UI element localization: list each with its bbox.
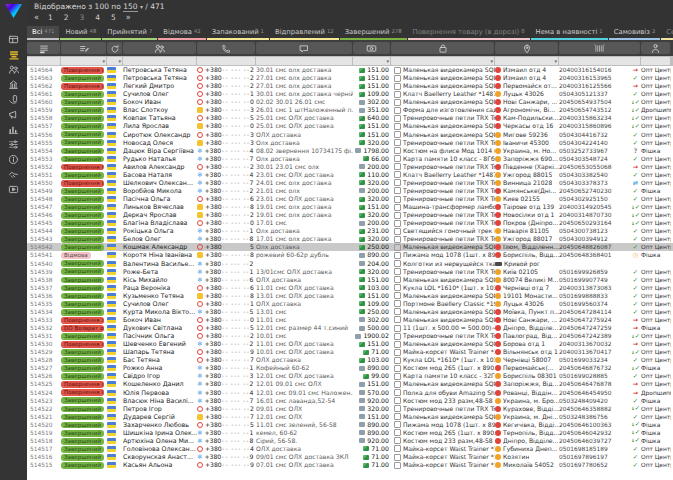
table-row[interactable]: 514532DO Возврат ок...Дукович Світлана+3… [27,324,673,332]
nav-company[interactable] [0,77,27,92]
nav-partners[interactable] [0,167,27,182]
table-row[interactable]: 514520ЗавершенийЗахарченко Любовь+380 ••… [27,421,673,429]
table-row[interactable]: 514541ВідмоваКоротя Ніна Іванівна+380 ••… [27,251,673,259]
table-row[interactable]: 514545ЗавершенийБлагіна Владіслава+380 •… [27,219,673,227]
nav-marketing[interactable] [0,107,27,122]
comment-column-header[interactable] [256,42,352,54]
nav-settings[interactable] [0,137,27,152]
country-column-filter[interactable]: ▾ [107,57,122,65]
tracking-column-header[interactable] [559,42,640,54]
table-row[interactable]: 514564Повернення (з...Петровська Тетяна+… [27,66,673,74]
table-row[interactable]: 514518ЗавершенийАртюхіна Олена Ми...❄+38… [27,437,673,445]
country-column-header[interactable] [107,42,122,54]
customer-column-filter[interactable] [123,57,196,65]
table-row[interactable]: 514538ЗавершенийКісь Михайло❄+380 •• •••… [27,276,673,284]
table-row[interactable]: 514544ЗавершенийРокіцька Ольга❄+380 •• •… [27,227,673,235]
channel-column-filter[interactable] [641,57,670,65]
order-id-column-header[interactable] [27,42,60,54]
phone-last-digit: 7 [250,397,254,405]
table-row[interactable]: 514554ЗавершенийДацюк Віра Сергіївна❄+38… [27,147,673,155]
app-logo-icon[interactable] [5,4,22,18]
nav-contacts[interactable] [0,62,27,77]
tab-8[interactable]: Повернення товару (в дорозі)0 [408,26,530,40]
nav-telephony[interactable] [0,92,27,107]
table-row[interactable]: 514529ЗавершенийШапарь Тетяна+380 •• •••… [27,348,673,356]
table-row[interactable]: 514521ЗавершенийДударев Сергій+380 •• ••… [27,413,673,421]
table-row[interactable]: 514535ЗавершенийСучилов Олег+380 •• ••• … [27,300,673,308]
table-row[interactable]: 514550Повернення (з...Шелкович Олексан..… [27,179,673,187]
customer-column-header[interactable] [123,42,196,54]
order-total: 103.00 [367,284,389,292]
tracking-column-filter[interactable] [559,57,640,65]
table-row[interactable]: 514539ЗавершенийРоже-Бета❄+380 •• ••• ••… [27,268,673,276]
phone-column-header[interactable] [197,42,255,54]
pager-page-2[interactable]: 2 [63,13,70,22]
nova-poshta-icon [495,204,501,210]
table-row[interactable]: 514560ЗавершенийБокоч Иван+380 •• ••• ••… [27,98,673,106]
pager-page-4[interactable]: 4 [94,13,101,22]
pager-page-5[interactable]: 5 [110,13,117,22]
nav-info[interactable] [0,152,27,167]
pager-page-1[interactable]: 1 [47,13,54,22]
table-row[interactable]: 514561ЗавершенийСучилов Олег+380 •• ••• … [27,90,673,98]
table-row[interactable]: 514551ЗавершенийБасова Наталя❄+380 •• ••… [27,171,673,179]
table-row[interactable]: 514522ЗавершенийПетров Ігор+380 •• ••• •… [27,405,673,413]
table-row[interactable]: 514517ЗавершенийГоловінова Олексан...+38… [27,445,673,453]
order-id-column-filter[interactable] [27,57,60,65]
delivery-column-header[interactable] [495,42,558,54]
products-column-header[interactable] [391,42,494,54]
table-row[interactable]: 514540ЗавершенийВалентина Василье...❄+38… [27,260,673,268]
nav-stats[interactable] [0,122,27,137]
table-row[interactable]: 514528ЗавершенийБас Тетяна+380 •• ••• ••… [27,356,673,364]
table-row[interactable]: 514563ЗавершенийПетровська Тетяна+380 ••… [27,74,673,82]
table-row[interactable]: 514527ЗавершенийРожко Анна❄+380 •• ••• •… [27,364,673,372]
table-row[interactable]: 514543ЗавершенийБелов Олег❄+380 •• ••• •… [27,235,673,243]
channel-column-header[interactable] [641,42,670,54]
table-row[interactable]: 514525Повернення (з...Кошеленко Данил❄+3… [27,380,673,388]
tab-5[interactable]: Запакований1 [207,26,269,40]
nav-orders[interactable] [0,47,27,62]
table-row[interactable]: 514547ЗавершенийЛиньков Вячеслав+380 •• … [27,203,673,211]
nav-dashboard[interactable] [0,32,27,47]
table-row[interactable]: 514549ЗавершенийВоробйов Микола❄+380 •• … [27,187,673,195]
table-row[interactable]: 514559ЗавершенийВлас Слоткоу+380 •• ••• … [27,106,673,114]
nav-video[interactable] [0,182,27,197]
status-column-header[interactable] [61,42,106,54]
table-row[interactable]: 514516ЗавершенийСкворунская Анаст...❄+38… [27,453,673,461]
table-row[interactable]: 514531ЗавершенийПасічник Ольга+380 •• ••… [27,332,673,340]
delivery-column-filter[interactable]: ▾ [495,57,558,65]
payment-column-header[interactable] [353,42,390,54]
chevron-down-icon[interactable]: ▾ [140,3,143,10]
table-row[interactable]: 514519ЗавершенийШишкіна Ірина Олек...❄+3… [27,429,673,437]
pager-page-3[interactable]: 3 [78,13,85,22]
pager-first-button[interactable]: « [34,13,38,22]
table-row[interactable]: 514548ЗавершенийПасічна Ольга+380 •• •••… [27,195,673,203]
table-row[interactable]: 514536ЗавершенийКузьменко Тетяна+380 •• … [27,292,673,300]
table-row[interactable]: 514526ЗавершенийСвідро Ігор❄+380 •• ••• … [27,372,673,380]
products-column-filter[interactable]: ▾ [391,57,494,65]
table-row[interactable]: 514533Повернення (з...Бокоч Иван+380 •• … [27,316,673,324]
table-row[interactable]: 514515ЗавершенийКасьян Альона+380 •• •••… [27,461,673,469]
table-row[interactable]: 514557ЗавершенийЛила Ярослав+380 •• ••• … [27,122,673,130]
table-row[interactable]: 514555ЗавершенийНовосад Олеся+380 •• •••… [27,139,673,147]
table-row[interactable]: 514552Повернення (з...Авилов Александр+3… [27,163,673,171]
table-row[interactable]: 514546ЗавершенийДеркач Ярослав+380 •• ••… [27,211,673,219]
table-row[interactable]: 514537ЗавершенийРаца Вероніка+380 •• •••… [27,284,673,292]
table-row[interactable]: 514524Повернення (з...Юлія Первова❄+380 … [27,389,673,397]
payment-column-filter[interactable]: ▾ [353,57,390,65]
phone-column-filter[interactable] [197,57,255,65]
table-row[interactable]: 514553ЗавершенийРудько Наталья❄+380 •• •… [27,155,673,163]
pager-last-button[interactable]: » [126,13,130,22]
table-row[interactable]: 514523ЗавершенийВласюк Ніна Василі...❄+3… [27,397,673,405]
status-column-filter[interactable]: ▾ [61,57,106,65]
table-row[interactable]: 514556ЗавершенийСиротюк Олександр+380 ••… [27,131,673,139]
page-size-dropdown[interactable]: 150 [123,2,137,12]
comment-column-filter[interactable] [256,57,352,65]
table-row[interactable]: 514530Повернення (з...Шевченко Евгений❄+… [27,340,673,348]
tab-11[interactable]: Сервіси0 [661,26,673,40]
table-row[interactable]: 514562Повернення (з...Легкий Дмитро+380 … [27,82,673,90]
tab-4[interactable]: Відмова42 [158,26,205,40]
table-row[interactable]: 514534ЗавершенийКурта Микола Вікто...❄+3… [27,308,673,316]
table-row[interactable]: 514558ЗавершенийКовпак Татьяна+380 •• ••… [27,114,673,122]
table-row[interactable]: 514542ЗавершенийКошмак Александр+380 •• … [27,243,673,251]
